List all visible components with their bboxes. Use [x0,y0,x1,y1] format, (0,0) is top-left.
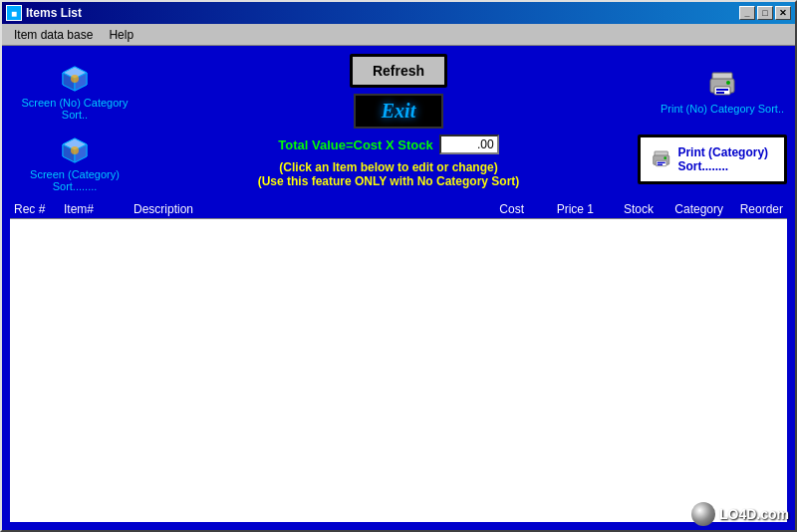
col-header-stock: Stock [594,202,654,216]
print-cat-label: Print (Category) Sort........ [677,145,774,173]
svg-rect-20 [658,164,663,165]
svg-point-4 [71,75,79,83]
svg-rect-9 [716,92,724,94]
minimize-button[interactable]: _ [739,6,755,20]
screen-cat-label: Screen (Category) Sort........ [10,168,139,192]
items-table: Rec # Item# Description Cost Price 1 Sto… [10,200,787,522]
screen-no-cat-label: Screen (No) Category Sort.. [10,97,139,121]
col-header-category: Category [654,202,723,216]
col-header-price: Price 1 [524,202,594,216]
svg-rect-8 [716,89,728,91]
cube-icon-2 [59,134,91,166]
title-bar: ■ Items List _ □ ✕ [2,2,795,24]
total-label: Total Value=Cost X Stock [278,137,432,152]
watermark: LO4D.com [691,502,789,526]
second-center: Total Value=Cost X Stock (Click an Item … [139,134,638,188]
print-cat-button[interactable]: Print (Category) Sort........ [638,134,787,184]
main-content: Screen (No) Category Sort.. Refresh Exit… [2,46,795,530]
screen-cat-button[interactable]: Screen (Category) Sort........ [10,134,139,192]
watermark-text: LO4D.com [719,506,789,522]
maximize-button[interactable]: □ [757,6,773,20]
col-header-reorder: Reorder [723,202,783,216]
table-header: Rec # Item# Description Cost Price 1 Sto… [10,200,787,219]
svg-point-21 [664,156,666,159]
col-header-desc: Description [133,202,454,216]
svg-rect-19 [658,162,665,163]
menu-item-database[interactable]: Item data base [6,26,101,44]
col-header-item: Item# [64,202,133,216]
menu-bar: Item data base Help [2,24,795,46]
exit-button[interactable]: Exit [354,94,443,129]
title-bar-left: ■ Items List [6,5,82,21]
col-header-cost: Cost [454,202,524,216]
cube-icon [59,63,91,95]
printer-icon [706,69,738,101]
svg-point-10 [726,81,730,85]
window-title: Items List [26,6,82,20]
svg-point-15 [71,146,79,154]
col-header-rec: Rec # [14,202,64,216]
table-body [10,219,787,519]
click-info-1: (Click an Item below to edit or change) [279,160,497,174]
print-no-cat-button[interactable]: Print (No) Category Sort.. [658,69,787,115]
refresh-button[interactable]: Refresh [350,54,447,88]
toolbar-row: Screen (No) Category Sort.. Refresh Exit… [10,54,787,129]
title-controls: _ □ ✕ [739,6,791,20]
window-icon: ■ [6,5,22,21]
menu-item-help[interactable]: Help [101,26,141,44]
toolbar-center: Refresh Exit [350,54,447,129]
print-cat-btn-inner[interactable]: Print (Category) Sort........ [638,134,787,184]
screen-no-cat-button[interactable]: Screen (No) Category Sort.. [10,63,139,121]
printer-icon-2 [651,143,671,175]
main-window: ■ Items List _ □ ✕ Item data base Help [0,0,797,532]
second-row: Screen (Category) Sort........ Total Val… [10,134,787,192]
print-no-cat-label: Print (No) Category Sort.. [661,103,784,115]
click-info-2: (Use this feature ONLY with No Category … [258,174,520,188]
close-button[interactable]: ✕ [775,6,791,20]
watermark-ball [691,502,715,526]
total-value-row: Total Value=Cost X Stock [278,134,498,154]
total-value-input[interactable] [439,134,499,154]
